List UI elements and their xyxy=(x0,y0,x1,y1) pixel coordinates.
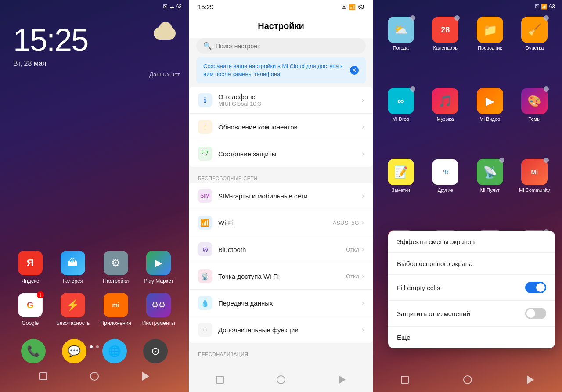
app-row-2: G 1 Google ⚡ Безопасность mi Приложения xyxy=(9,293,180,326)
settings-item-text: Дополнительные функции xyxy=(218,326,362,334)
nav-home-button[interactable] xyxy=(274,373,288,387)
app-label: Погода xyxy=(393,45,409,50)
context-item-home[interactable]: Выбор основного экрана xyxy=(388,253,555,275)
list-item[interactable]: Mi Mi Community xyxy=(514,159,555,227)
chevron-right-icon: › xyxy=(362,123,364,131)
list-item[interactable]: G 1 Google xyxy=(13,293,48,326)
context-item-more[interactable]: Еще xyxy=(388,327,555,348)
app-icon-safety[interactable]: ⚡ xyxy=(61,293,85,317)
settings-item-hotspot[interactable]: 📡 Точка доступа Wi-Fi Откл › xyxy=(189,263,373,290)
search-icon: 🔍 xyxy=(203,42,212,50)
list-item[interactable]: ⚙ Настройки xyxy=(98,251,133,284)
settings-item-about[interactable]: ℹ О телефоне MIUI Global 10.3 › xyxy=(189,87,373,114)
protect-toggle[interactable] xyxy=(525,308,546,319)
messages-app-button[interactable]: 💬 xyxy=(62,339,86,363)
list-item[interactable]: ▶ Play Маркет xyxy=(141,251,176,284)
app-icon-notes[interactable]: 📝 xyxy=(388,159,414,185)
settings-title: Настройки xyxy=(189,14,373,38)
browser-app-button[interactable]: 🌐 xyxy=(102,339,127,363)
list-item[interactable]: ⚡ Безопасность xyxy=(55,293,90,326)
app-label: Очистка xyxy=(525,45,544,50)
app-label: Темы xyxy=(528,116,540,122)
app-icon-others[interactable]: f f t xyxy=(432,159,458,185)
settings-item-title: Передача данных xyxy=(218,299,362,307)
app-icon-pogoda[interactable]: ⛅ xyxy=(388,17,414,43)
app-icon-calendar[interactable]: 28 xyxy=(432,17,458,43)
list-item[interactable]: ▶ Mi Видео xyxy=(469,88,511,155)
app-icon-themes[interactable]: 🎨 xyxy=(521,88,548,114)
app-icon-apps[interactable]: mi xyxy=(104,293,128,317)
app-icon-gallery[interactable]: 🏔 xyxy=(61,251,85,275)
search-input[interactable] xyxy=(216,43,359,50)
app-icon-music[interactable]: 🎵 xyxy=(432,88,458,114)
settings-item-update[interactable]: ↑ Обновление компонентов › xyxy=(189,114,373,140)
list-item[interactable]: mi Приложения xyxy=(98,293,133,326)
list-item[interactable]: ⛅ Погода xyxy=(380,17,422,84)
app-icon-midrop[interactable]: ∞ xyxy=(388,88,414,114)
fill-cells-toggle[interactable] xyxy=(525,282,546,293)
context-item-label: Еще xyxy=(397,334,411,341)
chevron-right-icon: › xyxy=(362,150,364,158)
phone-app-button[interactable]: 📞 xyxy=(21,339,46,363)
context-item-protect[interactable]: Защитить от изменений xyxy=(388,301,555,327)
notification-dot xyxy=(544,158,549,163)
nav-back-button[interactable] xyxy=(335,373,349,387)
camera-app-button[interactable]: ⊙ xyxy=(143,339,168,363)
list-item[interactable]: 🎵 Музыка xyxy=(425,88,466,155)
triangle-icon xyxy=(142,372,149,381)
square-icon xyxy=(401,376,409,384)
app-icon-mivideo[interactable]: ▶ xyxy=(477,88,503,114)
app-label: Яндекс xyxy=(22,278,39,284)
app-icon-mipult[interactable]: 📡 xyxy=(477,159,503,185)
circle-icon xyxy=(463,375,472,384)
list-item[interactable]: 28 Календарь xyxy=(425,17,466,84)
settings-item-data[interactable]: 💧 Передача данных › xyxy=(189,290,373,316)
settings-main-section: ℹ О телефоне MIUI Global 10.3 › ↑ Обновл… xyxy=(189,87,373,167)
app-icon-yandex[interactable]: Я xyxy=(18,251,43,275)
settings-scroll-area[interactable]: 🔍 Сохраните ваши настройки в Mi Cloud дл… xyxy=(189,38,373,367)
list-item[interactable]: 🏔 Галерея xyxy=(55,251,90,284)
settings-item-sim[interactable]: SIM SIM-карты и мобильные сети › xyxy=(189,183,373,209)
list-item[interactable]: f f t Другие xyxy=(425,159,466,227)
settings-item-security[interactable]: 🛡 Состояние защиты › xyxy=(189,140,373,167)
app-icon-micommunity[interactable]: Mi xyxy=(521,159,548,185)
settings-item-more[interactable]: ··· Дополнительные функции › xyxy=(189,316,373,343)
list-item[interactable]: Я Яндекс xyxy=(13,251,48,284)
settings-search-bar[interactable]: 🔍 xyxy=(196,38,366,54)
app-icon-tools[interactable]: ⚙⚙ xyxy=(146,293,171,317)
list-item[interactable]: 📁 Проводник xyxy=(469,17,511,84)
app-icon-playmarket[interactable]: ▶ xyxy=(146,251,171,275)
lockscreen-status-bar: ☒ ☁ 63 xyxy=(0,0,189,13)
settings-item-wifi[interactable]: 📶 Wi-Fi ASUS_5G › xyxy=(189,209,373,236)
app-icon-provodnik[interactable]: 📁 xyxy=(477,17,503,43)
list-item[interactable]: 📝 Заметки xyxy=(380,159,422,227)
nav-back-button[interactable] xyxy=(139,369,153,383)
nav-square-button[interactable] xyxy=(213,373,227,387)
list-item[interactable]: 🎨 Темы xyxy=(514,88,555,155)
context-item-fill[interactable]: Fill empty cells xyxy=(388,275,555,301)
list-item[interactable]: ∞ Mi Drop xyxy=(380,88,422,155)
list-item[interactable]: ⚙⚙ Инструменты xyxy=(141,293,176,326)
context-item-effects[interactable]: Эффекты смены экранов xyxy=(388,231,555,253)
app-icon-ochistka[interactable]: 🧹 xyxy=(521,17,548,43)
list-item[interactable]: 🧹 Очистка xyxy=(514,17,555,84)
app-icon-google[interactable]: G 1 xyxy=(18,293,43,317)
nav-home-button[interactable] xyxy=(87,369,101,383)
nav-back-button[interactable] xyxy=(523,373,537,387)
nav-square-button[interactable] xyxy=(398,373,412,387)
settings-status-time: 15:29 xyxy=(198,4,213,11)
bluetooth-icon: ⊛ xyxy=(198,242,212,256)
notification-dot xyxy=(410,86,415,92)
nav-home-button[interactable] xyxy=(461,373,475,387)
list-item[interactable]: 📡 Mi Пульт xyxy=(469,159,511,227)
settings-item-bluetooth[interactable]: ⊛ Bluetooth Откл › xyxy=(189,236,373,263)
apps-status-bar: ☒ 📶 63 xyxy=(373,0,562,13)
app-label: Другие xyxy=(438,187,453,193)
status-icons: ☒ ☁ 63 xyxy=(163,4,182,10)
settings-item-title: Обновление компонентов xyxy=(218,123,362,131)
app-icon-settings[interactable]: ⚙ xyxy=(104,251,128,275)
circle-icon xyxy=(277,375,285,384)
nav-square-button[interactable] xyxy=(36,369,50,383)
banner-close-button[interactable]: ✕ xyxy=(350,66,359,75)
chevron-right-icon: › xyxy=(362,272,364,280)
